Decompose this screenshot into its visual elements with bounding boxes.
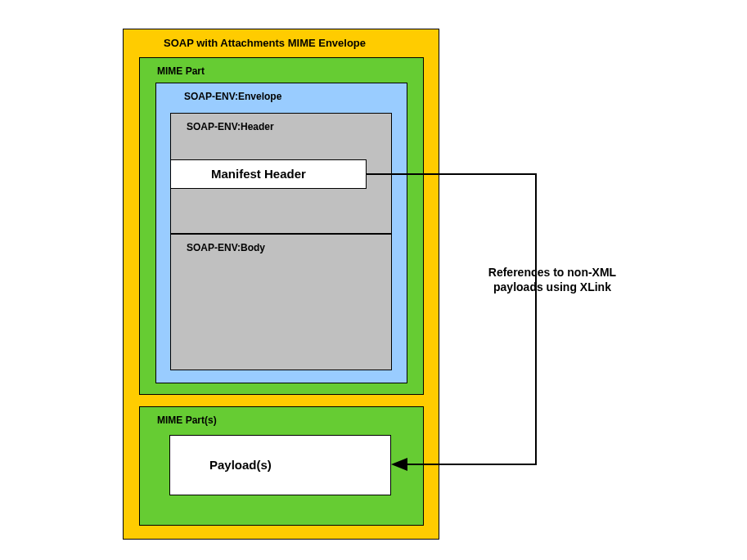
diagram-canvas: SOAP with Attachments MIME Envelope MIME… bbox=[0, 0, 747, 560]
payload-box bbox=[169, 435, 391, 495]
soap-mime-envelope-title: SOAP with Attachments MIME Envelope bbox=[164, 37, 366, 49]
xlink-annotation-line2: payloads using XLink bbox=[493, 280, 611, 293]
xlink-annotation: References to non-XML payloads using XLi… bbox=[466, 266, 638, 294]
xlink-annotation-line1: References to non-XML bbox=[488, 266, 616, 279]
soap-body-title: SOAP-ENV:Body bbox=[187, 242, 265, 253]
soap-envelope-title: SOAP-ENV:Envelope bbox=[184, 91, 281, 102]
payload-label: Payload(s) bbox=[209, 458, 272, 472]
mime-part-title: MIME Part bbox=[157, 65, 205, 77]
soap-body-box bbox=[170, 234, 392, 370]
manifest-header-label: Manifest Header bbox=[211, 167, 306, 181]
soap-header-title: SOAP-ENV:Header bbox=[187, 121, 274, 132]
mime-parts-title: MIME Part(s) bbox=[157, 414, 217, 426]
